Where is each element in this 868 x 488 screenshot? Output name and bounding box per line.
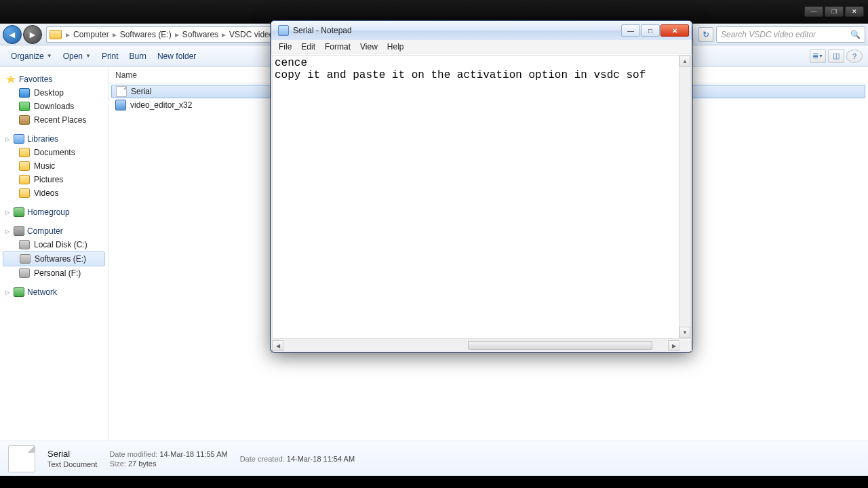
notepad-app-icon [278,25,289,36]
sidebar-network-header[interactable]: ▷Network [0,285,108,299]
help-button[interactable]: ? [846,49,863,63]
desktop-icon [19,88,30,98]
sidebar-item-drive-f[interactable]: Personal (F:) [0,266,108,280]
details-created-label: Date created: [240,455,285,463]
libraries-icon [14,134,24,144]
vertical-scrollbar[interactable]: ▲ ▼ [679,56,690,338]
view-options-button[interactable]: ≣ ▼ [810,49,826,63]
outer-maximize-button[interactable]: ❐ [825,6,844,17]
computer-icon [14,226,24,236]
network-icon [14,287,24,297]
menu-file[interactable]: File [274,41,296,53]
scroll-up-button[interactable]: ▲ [679,56,690,67]
scroll-right-button[interactable]: ▶ [668,340,679,351]
print-button[interactable]: Print [96,49,124,64]
file-name: video_editor_x32 [130,100,192,110]
sidebar-item-drive-c[interactable]: Local Disk (C:) [0,238,108,251]
sidebar-libraries-header[interactable]: ▷Libraries [0,132,108,146]
sidebar-item-pictures[interactable]: Pictures [0,173,108,186]
recent-icon [19,115,30,125]
organize-button[interactable]: Organize▼ [5,49,58,64]
scroll-thumb[interactable] [468,341,652,350]
application-icon [115,100,126,110]
menu-edit[interactable]: Edit [296,41,320,53]
details-size-label: Size: [109,460,125,468]
details-size-value: 27 bytes [128,460,157,468]
scroll-down-button[interactable]: ▼ [679,327,690,338]
notepad-minimize-button[interactable]: — [621,24,640,37]
outer-close-button[interactable]: ✕ [845,6,864,17]
details-created-value: 14-Mar-18 11:54 AM [287,455,355,463]
notepad-title-text: Serial - Notepad [293,26,621,35]
folder-icon [19,188,30,198]
menu-format[interactable]: Format [320,41,355,53]
burn-button[interactable]: Burn [124,49,152,64]
notepad-text-area[interactable]: cence copy it and paste it on the activa… [273,56,679,338]
letterbox-bottom [0,476,868,488]
breadcrumb-item[interactable]: Softwares (E:) [118,30,174,39]
breadcrumb-sep: ▸ [174,30,180,39]
breadcrumb-sep: ▸ [111,30,118,39]
sidebar-item-videos[interactable]: Videos [0,186,108,200]
new-folder-button[interactable]: New folder [152,49,201,64]
chevron-icon[interactable]: ▷ [5,289,9,296]
homegroup-icon [14,207,24,217]
menu-help[interactable]: Help [382,41,409,53]
sidebar-item-desktop[interactable]: Desktop [0,86,108,100]
outer-minimize-button[interactable]: — [804,6,823,17]
search-icon: 🔍 [850,30,861,39]
sidebar-item-downloads[interactable]: Downloads [0,100,108,113]
chevron-icon[interactable]: ▷ [5,228,9,235]
nav-forward-button[interactable]: ► [23,25,42,44]
downloads-icon [19,102,30,111]
horizontal-scrollbar[interactable]: ◀ ▶ [272,340,679,351]
scroll-track[interactable] [679,67,690,327]
sidebar-item-music[interactable]: Music [0,159,108,173]
sidebar-favorites-header[interactable]: Favorites [0,73,108,86]
details-title: Serial [47,449,97,459]
folder-icon [19,161,30,171]
details-type: Text Document [47,460,97,468]
details-file-icon [8,445,35,472]
notepad-window: Serial - Notepad — □ ✕ File Edit Format … [271,20,692,352]
notepad-close-button[interactable]: ✕ [660,24,689,37]
preview-pane-button[interactable]: ◫ [828,49,844,63]
folder-icon [19,148,30,157]
menu-view[interactable]: View [355,41,382,53]
file-name: Serial [131,87,152,96]
sidebar-homegroup-header[interactable]: ▷Homegroup [0,205,108,219]
scrollbar-corner [680,340,692,351]
details-modified-label: Date modified: [109,450,157,458]
notepad-maximize-button[interactable]: □ [641,24,660,37]
sidebar-item-recent[interactable]: Recent Places [0,113,108,127]
chevron-down-icon: ▼ [47,53,52,59]
details-pane: Serial Text Document Date modified: 14-M… [0,441,868,476]
outer-titlebar: — ❐ ✕ [0,0,868,23]
breadcrumb-sep: ▸ [64,30,71,39]
scroll-track[interactable] [283,340,668,351]
star-icon [5,75,16,84]
drive-icon [19,268,30,278]
refresh-button[interactable]: ↻ [698,27,713,42]
column-header-name[interactable]: Name [115,70,137,80]
open-button[interactable]: Open▼ [58,49,96,64]
sidebar-item-documents[interactable]: Documents [0,146,108,159]
notepad-menubar: File Edit Format View Help [271,40,692,54]
scroll-left-button[interactable]: ◀ [272,340,283,351]
search-box[interactable]: Search VSDC video editor 🔍 [716,26,865,43]
nav-back-button[interactable]: ◄ [3,25,22,44]
drive-icon [19,240,30,249]
sidebar-computer-header[interactable]: ▷Computer [0,224,108,238]
breadcrumb-item[interactable]: Softwares [180,30,220,39]
breadcrumb-item[interactable]: VSDC video [227,30,275,39]
folder-icon [50,30,62,39]
chevron-icon[interactable]: ▷ [5,136,9,142]
notepad-titlebar[interactable]: Serial - Notepad — □ ✕ [271,21,692,40]
breadcrumb-item[interactable]: Computer [71,30,111,39]
details-modified-value: 14-Mar-18 11:55 AM [159,450,227,458]
sidebar-item-drive-e[interactable]: Softwares (E:) [3,251,105,266]
drive-icon [20,254,31,264]
explorer-sidebar: Favorites Desktop Downloads Recent Place… [0,67,108,441]
breadcrumb-sep: ▸ [220,30,227,39]
chevron-icon[interactable]: ▷ [5,209,9,216]
